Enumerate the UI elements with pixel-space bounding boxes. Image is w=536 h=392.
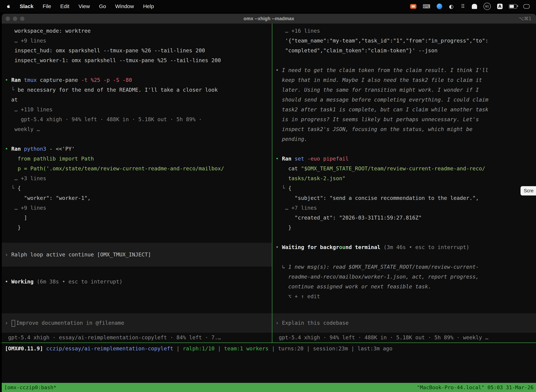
- terminal-line: "subject": "send a concise recommendatio…: [273, 193, 536, 203]
- control-center-icon[interactable]: [523, 4, 530, 9]
- terminal-line: '{"team_name":"my-team","task_id":"1","f…: [273, 36, 536, 46]
- terminal-line: › Ralph loop active continue [OMX_TMUX_I…: [2, 250, 272, 260]
- working-status: • Working (6m 38s • esc to interrupt): [2, 267, 272, 287]
- terminal-line: • Ran tmux capture-pane -t %25 -p -S -80: [2, 75, 272, 85]
- terminal-line: "created_at": "2026-03-31T11:59:27.816Z": [273, 213, 536, 223]
- minimize-button[interactable]: [13, 17, 17, 21]
- menu-window[interactable]: Window: [115, 3, 134, 9]
- terminal-line: › Improve documentation in @filename: [2, 318, 272, 328]
- terminal-line: cat "$OMX_TEAM_STATE_ROOT/team/review-cu…: [273, 164, 536, 173]
- terminal-line: [2, 267, 272, 277]
- menu-help[interactable]: Help: [143, 3, 154, 9]
- terminal-empty-area: [2, 354, 536, 383]
- safari-icon[interactable]: [437, 4, 442, 9]
- tmux-status-bar: [omx-cczip0:bash* "MacBook-Pro-44.local"…: [2, 383, 536, 392]
- terminal-line: task2 after task1 is complete, but can I…: [273, 105, 536, 115]
- input-source-icon[interactable]: A: [497, 4, 502, 9]
- terminal-line: tasks/task-2.json": [273, 173, 536, 183]
- tmux-pane-left[interactable]: workspace_mode: worktree … +9 lines insp…: [2, 23, 272, 342]
- terminal-line: • Working (6m 38s • esc to interrupt): [2, 277, 272, 287]
- terminal-line: ⌥ + ↑ edit: [273, 292, 536, 301]
- terminal-line: ]: [2, 213, 272, 223]
- terminal-line: [273, 252, 536, 262]
- terminal-line: … +110 lines: [2, 105, 272, 115]
- scrollback: … +16 lines '{"team_name":"my-team","tas…: [273, 26, 536, 301]
- terminal-line: inspect task2's JSON, focusing on the st…: [273, 124, 536, 134]
- tmux-panes: workspace_mode: worktree … +9 lines insp…: [2, 23, 536, 342]
- tmux-pane-right[interactable]: … +16 lines '{"team_name":"my-team","tas…: [273, 23, 536, 342]
- window-title: omx --xhigh --madmax: [2, 16, 536, 21]
- menu-go[interactable]: Go: [99, 3, 106, 9]
- terminal-line: keep that in mind. Maybe I also need the…: [273, 75, 536, 85]
- screen-recording-indicator[interactable]: [410, 4, 416, 9]
- model-status: gpt-5.4 xhigh · essay/ai-reimplementatio…: [2, 333, 272, 342]
- terminal-line: … +16 lines: [273, 26, 536, 36]
- menu-bar: Slack File Edit View Go Window Help ⌨◐⠿6…: [0, 0, 536, 13]
- app-menu-slack[interactable]: Slack: [20, 3, 34, 9]
- terminal-line: "completed","claim_token":"claim-token"}…: [273, 46, 536, 56]
- terminal-line: is in progress? It seems likely but perh…: [273, 115, 536, 124]
- battery-icon[interactable]: [509, 4, 517, 9]
- pane-spacer: [273, 301, 536, 313]
- terminal-line: └ be necessary for the end of the README…: [2, 85, 272, 95]
- apple-menu-icon[interactable]: [6, 4, 10, 9]
- scrollback: workspace_mode: worktree … +9 lines insp…: [2, 26, 272, 242]
- terminal-line: … +9 lines: [2, 203, 272, 213]
- menu-view[interactable]: View: [78, 3, 90, 9]
- menu-edit[interactable]: Edit: [60, 3, 69, 9]
- terminal-line: [273, 144, 536, 154]
- terminal-line: gpt-5.4 xhigh · 94% left · 488K in · 5.1…: [273, 333, 536, 342]
- terminal-line: • Ran python3 - <<'PY': [2, 144, 272, 154]
- terminal-line: inspect_hud: omx sparkshell --tmux-pane …: [2, 46, 272, 56]
- terminal-line: gpt-5.4 xhigh · essay/ai-reimplementatio…: [2, 333, 272, 342]
- apps-grid-icon[interactable]: ⠿: [460, 3, 465, 10]
- terminal-line: should send a message before completing …: [273, 95, 536, 105]
- menu-file[interactable]: File: [43, 3, 51, 9]
- terminal-line: › Explain this codebase: [273, 318, 536, 328]
- screen-tooltip: Scre: [521, 186, 536, 196]
- close-button[interactable]: [6, 17, 10, 21]
- contrast-icon[interactable]: ◐: [449, 3, 454, 10]
- ghost-icon[interactable]: [472, 4, 477, 9]
- terminal-line: inspect_worker-1: omx sparkshell --tmux-…: [2, 56, 272, 65]
- terminal: workspace_mode: worktree … +9 lines insp…: [2, 23, 536, 392]
- tmux-session-label: [omx-cczip0:bash*: [4, 384, 57, 390]
- terminal-line: readme-and-reco/mailbox/worker-1.json, a…: [273, 272, 536, 282]
- terminal-line: … +3 lines: [2, 173, 272, 183]
- prompt-input[interactable]: › Improve documentation in @filename: [2, 313, 272, 333]
- menu-status-icons: ⌨◐⠿61A: [410, 3, 530, 10]
- model-status: gpt-5.4 xhigh · 94% left · 488K in · 5.1…: [273, 333, 536, 342]
- terminal-line: from pathlib import Path: [2, 154, 272, 164]
- terminal-line: continue assigned work or next feasible …: [273, 282, 536, 292]
- window-shortcut-hint: ⌥⌘1: [519, 16, 536, 21]
- terminal-window: omx --xhigh --madmax ⌥⌘1 workspace_mode:…: [2, 14, 536, 392]
- title-bar[interactable]: omx --xhigh --madmax ⌥⌘1: [2, 14, 536, 23]
- battery-percent-badge[interactable]: 61: [483, 3, 491, 10]
- terminal-line: … +7 lines: [273, 203, 536, 213]
- terminal-line: • I need to get the claim token from the…: [273, 65, 536, 75]
- terminal-line: later. Using the same for transition mig…: [273, 85, 536, 95]
- traffic-lights: [2, 17, 24, 21]
- terminal-line: [2, 233, 272, 242]
- terminal-line: pending.: [273, 134, 536, 144]
- prompt-input[interactable]: › Explain this codebase: [273, 313, 536, 333]
- inject-banner: › Ralph loop active continue [OMX_TMUX_I…: [2, 243, 272, 267]
- terminal-line: [2, 134, 272, 144]
- terminal-line: weekly …: [2, 124, 272, 134]
- terminal-line: gpt-5.4 xhigh · 94% left · 488K in · 5.1…: [2, 115, 272, 124]
- terminal-line: "worker": "worker-1",: [2, 193, 272, 203]
- terminal-line: • Ran set -euo pipefail: [273, 154, 536, 164]
- terminal-line: • Waiting for background terminal (3m 46…: [273, 242, 536, 252]
- terminal-line: workspace_mode: worktree: [2, 26, 272, 36]
- terminal-line: at: [2, 95, 272, 105]
- omx-status-line: [OMX#0.11.9] cczip/essay/ai-reimplementa…: [2, 343, 536, 354]
- keyboard-icon[interactable]: ⌨: [423, 3, 430, 10]
- terminal-line: [273, 233, 536, 242]
- terminal-line: }: [2, 223, 272, 233]
- pane-spacer: [2, 287, 272, 313]
- terminal-line: [OMX#0.11.9] cczip/essay/ai-reimplementa…: [2, 344, 392, 354]
- terminal-line: ↳ 1 new msg(s): read $OMX_TEAM_STATE_ROO…: [273, 262, 536, 272]
- zoom-button[interactable]: [20, 17, 24, 21]
- screen: Slack File Edit View Go Window Help ⌨◐⠿6…: [0, 0, 536, 392]
- terminal-line: [2, 65, 272, 75]
